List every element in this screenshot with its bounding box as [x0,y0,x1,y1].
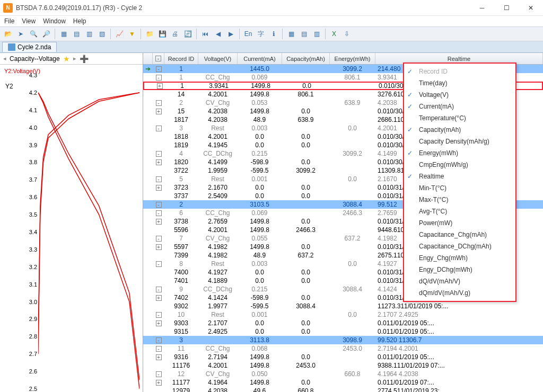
document-tab[interactable]: Cycle 2.nda [2,42,57,52]
menu-view[interactable]: View [22,17,36,25]
tab-scroll-left-icon[interactable]: ◂ [3,55,6,62]
table-row[interactable]: 111764.20011499.82453.09388.111/01/2019 … [143,361,543,370]
context-menu-item[interactable]: Max-T(°C) [404,194,515,206]
favorite-icon[interactable]: ★ [63,55,70,63]
menu-bar: File View Window Help [0,16,543,26]
context-menu-item[interactable]: dQ/dV(mAh/V) [404,275,515,287]
grid-header-expand[interactable]: - [153,53,164,64]
cell: 12 [164,370,198,378]
context-menu-item[interactable]: ✓Capacity(mAh) [404,124,515,136]
cell: 9316 [164,353,198,361]
column-context-menu[interactable]: ✓Record IDTime(day)✓Voltage(V)✓Current(m… [403,63,516,302]
cell: 806.1 [330,74,375,81]
cell: 638.9 [330,99,375,106]
menu-file[interactable]: File [4,17,14,25]
tool-filter-icon[interactable]: ▼ [126,28,138,40]
separator [239,29,240,39]
col-capacity[interactable]: Capacity(mAh) [282,53,330,64]
context-menu-item[interactable]: ✓Realtime [404,171,515,182]
context-menu-item[interactable]: Capacitance_Chg(mAh) [404,229,515,240]
table-row[interactable]: -11CC_Chg0.0682453.02.7194 4.2001 [143,344,543,353]
table-row[interactable]: +93162.71941499.80.00.011/01/2019 05:... [143,353,543,361]
tool-print-icon[interactable]: 🖨 [169,28,181,40]
col-record-id[interactable]: Record ID [164,53,198,64]
tool-refresh-icon[interactable]: 🔄 [182,28,194,40]
context-menu-item[interactable]: CmpEng(mWh/g) [404,159,515,171]
tool-layout1-icon[interactable]: ▦ [285,28,297,40]
cell: 0.0 [238,328,282,335]
cell: 0.011/01/2019 07:... [375,379,543,386]
tool-chart-icon[interactable]: 📈 [113,28,125,40]
table-row[interactable]: +93032.17070.00.00.011/01/2019 05:... [143,319,543,327]
tool-about-icon[interactable]: ℹ [268,28,279,40]
context-menu-item[interactable]: ✓Voltage(V) [404,89,515,101]
cell: 2.4925 [198,328,238,335]
tool-grid3-icon[interactable]: ▥ [83,28,95,40]
menu-window[interactable]: Window [43,17,66,25]
context-menu-item[interactable]: ✓Current(mA) [404,101,515,112]
cell: 0.0 [282,184,330,191]
cell: 7401 [164,277,198,284]
context-menu-item[interactable]: dQm/dV(mAh/V.g) [404,287,515,299]
tool-layout3-icon[interactable]: ▥ [311,28,322,40]
cell: 3113.8 [238,336,282,344]
table-row[interactable]: 93152.49250.00.00.011/01/2019 05:... [143,327,543,336]
context-menu-item[interactable]: ✓Energy(mWh) [404,147,515,159]
minimize-button[interactable]: ─ [470,0,494,16]
context-menu-item[interactable]: Avg-T(°C) [404,206,515,217]
maximize-button[interactable]: ☐ [494,0,519,16]
close-button[interactable]: ✕ [519,0,543,16]
tool-open-icon[interactable]: 📂 [2,28,14,40]
tool-zoomout-icon[interactable]: 🔎 [40,28,52,40]
chart-box[interactable]: Y2 4.34.24.14.03.93.83.73.63.53.43.33.23… [3,75,141,389]
col-current[interactable]: Current(mA) [238,53,282,64]
context-menu-label: CmpEng(mWh/g) [419,161,468,168]
tool-layout2-icon[interactable]: ▤ [298,28,310,40]
tool-save-icon[interactable]: 💾 [156,28,168,40]
col-voltage[interactable]: Voltage(V) [198,53,238,64]
context-menu-item[interactable]: Time(day) [404,77,515,89]
tool-prev-icon[interactable]: ◀ [212,28,224,40]
tool-zoom-icon[interactable]: 🔍 [28,28,39,40]
table-row[interactable]: -12CV_Chg0.050660.84.1964 4.2038 [143,370,543,378]
tool-lang-icon[interactable]: 字 [255,28,267,40]
tool-grid2-icon[interactable]: ▤ [71,28,82,40]
table-row[interactable]: -10Rest0.0010.02.1707 2.4925 [143,310,543,319]
table-row[interactable]: 93021.9977-599.53088.411273.311/01/2019 … [143,302,543,310]
menu-help[interactable]: Help [73,17,86,25]
table-row[interactable]: 129794.203849.6660.82774.511/01/2019 23:… [143,387,543,392]
tool-next-icon[interactable]: ▶ [225,28,237,40]
tab-scroll-right-icon[interactable]: ▸ [73,55,76,62]
cell: 0.0 [238,277,282,284]
tool-first-icon[interactable]: ⏮ [199,28,211,40]
context-menu-item[interactable]: Engy_DChg(mWh) [404,264,515,275]
cell: 3099.2 [282,167,330,174]
cell: 0.0 [238,269,282,276]
context-menu-item[interactable]: Engy_Chg(mWh) [404,252,515,264]
context-menu-item[interactable]: Power(mW) [404,217,515,229]
tool-grid1-icon[interactable]: ▦ [58,28,69,40]
cell: - [153,346,164,352]
tool-excel-icon[interactable]: X [328,28,340,40]
col-energy[interactable]: Energy(mWh) [330,53,375,64]
cell: -599.5 [238,302,282,310]
table-row[interactable]: -33113.83098.999.520 11306.7 [143,336,543,344]
context-menu-item[interactable]: Min-T(°C) [404,182,515,194]
table-row[interactable]: +111774.19641499.80.00.011/01/2019 07:..… [143,378,543,387]
context-menu-item[interactable]: Capacity Density(mAh/g) [404,136,515,147]
cell: 1499.8 [238,379,282,386]
context-menu-item[interactable]: Capacitance_DChg(mAh) [404,240,515,252]
tool-folder-icon[interactable]: 📁 [144,28,155,40]
chart-tab-label[interactable]: Capacity--Voltage [10,55,60,63]
tool-en-icon[interactable]: En [242,28,254,40]
context-menu-item[interactable]: Temperature(°C) [404,112,515,124]
add-tab-icon[interactable]: ➕ [80,55,89,63]
tool-export-icon[interactable]: ⇩ [341,28,353,40]
check-icon: ✓ [407,103,413,110]
context-menu-item: ✓Record ID [404,66,515,77]
cell: + [153,185,164,191]
chart-pane: ◂ Capacity--Voltage ★ ▸ ➕ Y2:Voltage(V) … [0,53,143,392]
context-menu-label: Energy(mWh) [419,149,458,157]
tool-pointer-icon[interactable]: ➤ [15,28,27,40]
tool-grid4-icon[interactable]: ▧ [96,28,108,40]
